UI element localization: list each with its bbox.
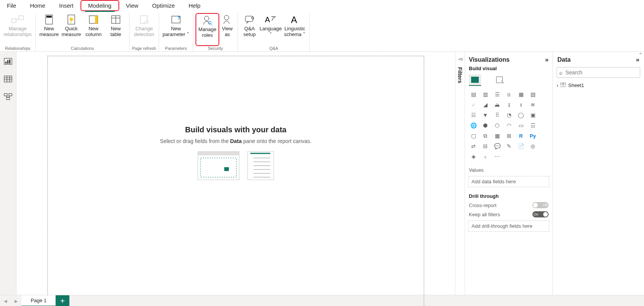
new-column-button[interactable]: New column (82, 13, 105, 46)
data-pane: Data » ⌕ › Sheet1 (552, 52, 644, 295)
viz-kpi[interactable]: ▢ (468, 131, 479, 140)
language-button[interactable]: Aア Language ˅ (259, 13, 283, 46)
ribbon-collapse-button[interactable]: ˆ (639, 52, 642, 60)
page-next-button[interactable]: ▶ (11, 295, 21, 306)
relationship-icon (11, 14, 24, 25)
viz-line-stacked-column[interactable]: ⫿ (504, 100, 514, 109)
manage-relationships-button[interactable]: Manage relationships (2, 13, 33, 46)
tab-view[interactable]: View (119, 1, 145, 10)
viz-r-visual[interactable]: R (516, 131, 526, 140)
data-view-button[interactable] (3, 75, 13, 83)
new-parameter-button[interactable]: ? New parameter ˅ (161, 13, 191, 46)
tab-home[interactable]: Home (23, 1, 52, 10)
keep-filters-toggle[interactable]: On (532, 211, 549, 217)
viz-power-automate[interactable]: ⬨ (480, 152, 491, 161)
viz-power-apps[interactable]: ◈ (468, 152, 479, 161)
viz-line[interactable]: ⟋ (468, 100, 479, 109)
viz-table[interactable]: ▦ (492, 131, 503, 140)
filters-label: Filters (457, 67, 463, 83)
viz-clustered-column[interactable]: ⫼ (504, 90, 514, 99)
tab-optimize[interactable]: Optimize (145, 1, 182, 10)
viz-waterfall[interactable]: ☵ (468, 110, 479, 120)
viz-ribbon[interactable]: ≋ (527, 100, 538, 109)
l1: New (89, 26, 99, 32)
l1: New (44, 26, 54, 32)
qa-setup-button[interactable]: Q&A setup (240, 13, 259, 46)
viz-decomposition[interactable]: ⊟ (480, 141, 491, 151)
viz-filled-map[interactable]: ⬢ (480, 121, 491, 130)
data-collapse-icon[interactable]: » (636, 56, 639, 63)
viz-multi-row-card[interactable]: ☲ (527, 121, 538, 130)
viz-clustered-bar[interactable]: ☰ (492, 90, 503, 99)
viz-100-stacked-bar[interactable]: ▦ (516, 90, 526, 99)
model-view-button[interactable] (3, 92, 13, 101)
svg-line-16 (211, 24, 212, 25)
viz-metrics[interactable]: ◎ (527, 141, 538, 151)
linguistic-schema-button[interactable]: A Linguistic schema ˅ (283, 13, 307, 46)
build-visual-mode[interactable] (469, 74, 481, 86)
manage-roles-icon (202, 15, 212, 26)
viz-collapse-icon[interactable]: » (545, 56, 549, 63)
viz-smart-narrative[interactable]: ✎ (504, 141, 514, 151)
page-tab-1[interactable]: Page 1 (21, 295, 56, 306)
viz-stacked-bar[interactable]: ▤ (468, 90, 479, 99)
svg-rect-11 (140, 16, 147, 23)
manage-roles-button[interactable]: Manage roles (196, 13, 219, 46)
viz-matrix[interactable]: ⊞ (504, 131, 514, 140)
quick-measure-button[interactable]: Quick measure (60, 13, 82, 46)
viz-100-stacked-column[interactable]: ▧ (527, 90, 538, 99)
l1: View (222, 26, 233, 32)
viz-area[interactable]: ◢ (480, 100, 491, 109)
viz-slicer[interactable]: ⧉ (480, 131, 491, 140)
viz-donut[interactable]: ◯ (516, 110, 526, 120)
page-prev-button[interactable]: ◀ (0, 295, 11, 306)
viz-scatter[interactable]: ⠿ (492, 110, 503, 120)
tab-insert[interactable]: Insert (52, 1, 80, 10)
l1: New (111, 26, 121, 32)
l2: measure (39, 32, 59, 38)
viz-paginated[interactable]: 📄 (516, 141, 526, 151)
viz-gauge[interactable]: ◠ (504, 121, 514, 130)
viz-stacked-area[interactable]: ⛰ (492, 100, 503, 109)
add-page-button[interactable]: + (56, 295, 69, 306)
viz-key-influencers[interactable]: ⇄ (468, 141, 479, 151)
tab-modeling[interactable]: Modeling (80, 0, 119, 11)
viz-card[interactable]: ▭ (516, 121, 526, 130)
viz-title: Visualizations (469, 56, 509, 63)
svg-rect-49 (471, 77, 479, 83)
viz-azure-map[interactable]: ⬡ (492, 121, 503, 130)
viz-line-clustered-column[interactable]: ⫾ (516, 100, 526, 109)
search-input[interactable] (565, 69, 637, 76)
report-canvas[interactable]: Build visuals with your data Select or d… (47, 56, 424, 306)
svg-text:ア: ア (271, 15, 276, 21)
search-box[interactable]: ⌕ (557, 67, 640, 78)
l2: table (110, 32, 121, 38)
viz-stacked-column[interactable]: ▥ (480, 90, 491, 99)
viz-map[interactable]: 🌐 (468, 121, 479, 130)
new-measure-button[interactable]: New measure (38, 13, 60, 46)
l2: as (225, 32, 230, 38)
viz-py-visual[interactable]: Py (527, 131, 538, 140)
change-detection-button[interactable]: Change detection (132, 13, 156, 46)
cross-report-toggle[interactable]: Off (532, 202, 549, 208)
report-view-button[interactable] (3, 57, 13, 66)
filters-pane-collapsed[interactable]: ◅ Filters (455, 52, 465, 295)
viz-qa-visual[interactable]: 💬 (492, 141, 503, 151)
l2: setup (243, 32, 256, 38)
viz-funnel[interactable]: ▼ (480, 110, 491, 120)
svg-rect-7 (95, 16, 98, 23)
group-label: Relationships (5, 46, 30, 51)
tab-help[interactable]: Help (182, 1, 207, 10)
format-visual-mode[interactable] (494, 74, 506, 85)
svg-rect-37 (198, 151, 239, 180)
svg-text:?: ? (177, 15, 180, 21)
drillthrough-fieldwell[interactable]: Add drill-through fields here (468, 220, 549, 232)
tab-file[interactable]: File (0, 1, 23, 10)
view-as-button[interactable]: View as (219, 13, 235, 46)
viz-more-visuals[interactable]: ⋯ (492, 152, 503, 161)
viz-treemap[interactable]: ▣ (527, 110, 538, 120)
values-fieldwell[interactable]: Add data fields here (468, 176, 549, 187)
viz-pie[interactable]: ◔ (504, 110, 514, 120)
new-table-button[interactable]: New table (105, 13, 127, 46)
table-sheet1[interactable]: › Sheet1 (557, 82, 640, 89)
